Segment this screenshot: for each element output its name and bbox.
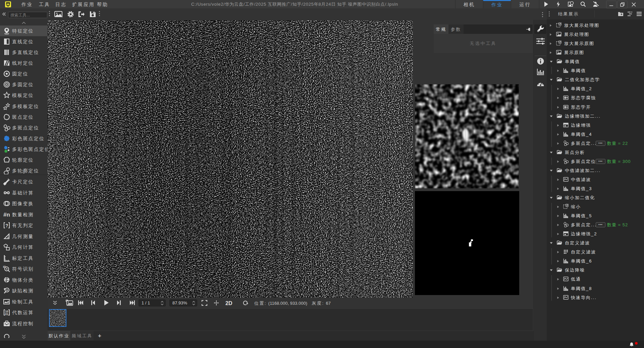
svg-text:01: 01 bbox=[5, 312, 8, 316]
svg-text:#n: #n bbox=[3, 212, 10, 218]
svg-text:?: ? bbox=[5, 223, 8, 228]
